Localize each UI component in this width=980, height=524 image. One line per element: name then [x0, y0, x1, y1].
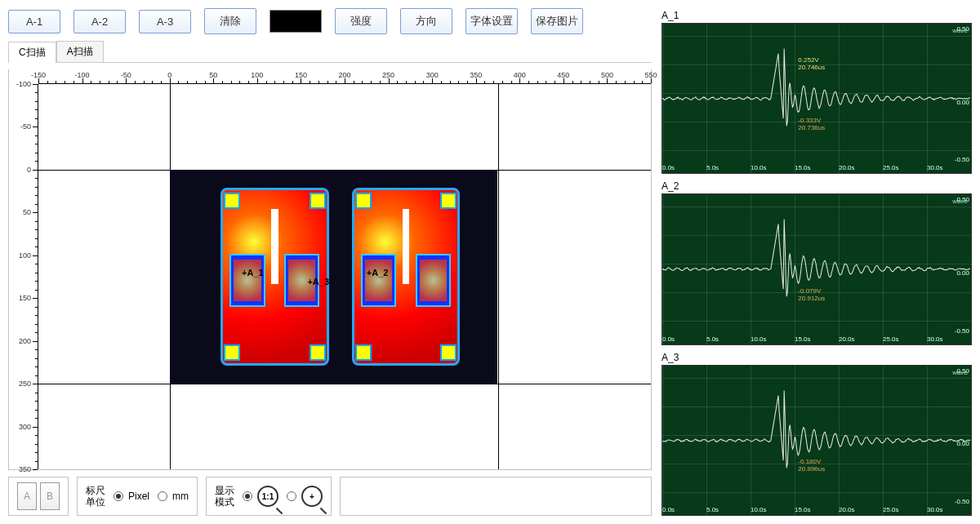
ruler-x: -150-100-5005010015020025030035040045050… — [38, 69, 651, 84]
zoom-plus-radio[interactable]: + — [287, 486, 323, 507]
zoom-11-radio[interactable]: 1:1 — [243, 486, 278, 507]
waveform-title: A_3 — [662, 350, 972, 365]
toolbar: A-1 A-2 A-3 清除 强度 方向 字体设置 保存图片 — [8, 8, 652, 34]
crosshair-v2 — [498, 84, 499, 469]
tab-c-scan[interactable]: C扫描 — [8, 42, 56, 63]
display-mode-group: 显示 模式 1:1 + — [206, 477, 332, 516]
group-b-button[interactable]: B — [40, 482, 60, 510]
a3-button[interactable]: A-3 — [139, 10, 191, 33]
a1-button[interactable]: A-1 — [8, 10, 60, 33]
color-picker[interactable] — [270, 10, 322, 33]
waveform-plot[interactable]: 0.0s5.0s10.0s15.0s20.0s25.0s30.0s35.0s 0… — [662, 193, 972, 344]
unit-mm-label: mm — [172, 491, 189, 502]
radio-dot-icon — [243, 491, 252, 501]
ruler-unit-label: 标尺 单位 — [86, 485, 105, 508]
group-ab: A B — [8, 477, 69, 516]
status-box — [340, 477, 652, 516]
unit-pixel-label: Pixel — [128, 491, 149, 502]
scan-panel[interactable]: -150-100-5005010015020025030035040045050… — [8, 69, 652, 470]
radio-dot-icon — [287, 491, 296, 501]
magnifier-plus-icon: + — [301, 486, 323, 507]
waveform-column: A_1 0.0s5.0s10.0s15.0s20.0s25.0s30.0s35.… — [662, 8, 972, 516]
clear-button[interactable]: 清除 — [204, 8, 256, 34]
group-a-button[interactable]: A — [17, 482, 37, 510]
ruler-y: -100-50050100150200250300350 — [9, 84, 38, 469]
waveform-title: A_1 — [662, 8, 972, 23]
bottom-bar: A B 标尺 单位 Pixel mm 显示 模式 1:1 — [8, 477, 652, 516]
display-mode-label: 显示 模式 — [215, 485, 234, 508]
save-image-button[interactable]: 保存图片 — [531, 8, 583, 34]
tab-a-scan[interactable]: A扫描 — [56, 41, 104, 62]
intensity-button[interactable]: 强度 — [335, 8, 387, 34]
waveform-3: A_3 0.0s5.0s10.0s15.0s20.0s25.0s30.0s35.… — [662, 350, 972, 516]
scan-tabs: C扫描 A扫描 — [8, 41, 652, 63]
radio-dot-icon — [114, 491, 123, 501]
thermal-image: +A_1 +A_3 +A_2 — [170, 170, 498, 384]
waveform-plot[interactable]: 0.0s5.0s10.0s15.0s20.0s25.0s30.0s35.0s 0… — [662, 365, 972, 516]
waveform-1: A_1 0.0s5.0s10.0s15.0s20.0s25.0s30.0s35.… — [662, 8, 972, 174]
scan-canvas[interactable]: +A_1 +A_3 +A_2 — [38, 84, 651, 469]
magnifier-1to1-icon: 1:1 — [257, 486, 278, 507]
radio-dot-icon — [158, 491, 167, 501]
a2-button[interactable]: A-2 — [74, 10, 126, 33]
ruler-unit-group: 标尺 单位 Pixel mm — [77, 477, 198, 516]
unit-mm-radio[interactable]: mm — [158, 491, 189, 502]
waveform-2: A_2 0.0s5.0s10.0s15.0s20.0s25.0s30.0s35.… — [662, 179, 972, 344]
crosshair-h2 — [38, 384, 651, 384]
waveform-title: A_2 — [662, 179, 972, 193]
direction-button[interactable]: 方向 — [400, 8, 452, 34]
font-settings-button[interactable]: 字体设置 — [466, 8, 518, 34]
unit-pixel-radio[interactable]: Pixel — [114, 491, 149, 502]
waveform-plot[interactable]: 0.0s5.0s10.0s15.0s20.0s25.0s30.0s35.0s 0… — [662, 23, 972, 174]
